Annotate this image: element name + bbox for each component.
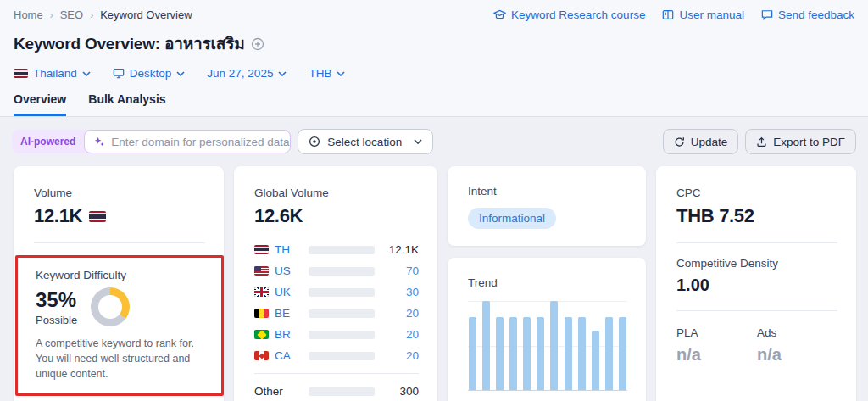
volume-bar	[309, 246, 375, 254]
chevron-down-icon	[414, 139, 422, 144]
chevron-down-icon	[337, 71, 345, 76]
trend-bar-1	[469, 317, 476, 390]
country-code: CA	[275, 349, 291, 362]
domain-input[interactable]: Enter domain for personalized data	[84, 130, 291, 153]
volume-kd-card: Volume 12.1K Keyword Difficulty 35% Poss…	[14, 166, 224, 401]
update-button-label: Update	[691, 136, 728, 148]
global-volume-card: Global Volume 12.6K TH12.1KUS70UK30BE20B…	[234, 166, 437, 401]
breadcrumb-item-home[interactable]: Home	[14, 8, 43, 21]
uk-flag-icon	[254, 287, 269, 297]
date-filter[interactable]: Jun 27, 2025	[207, 67, 287, 80]
volume-bar	[309, 352, 375, 360]
device-filter[interactable]: Desktop	[113, 67, 186, 80]
row-label: US	[254, 265, 302, 277]
country-filter-label: Thailand	[33, 67, 77, 80]
volume-bar	[309, 309, 375, 318]
trend-bar-chart	[468, 301, 627, 391]
page-title: Keyword Overview: อาหารเสริม	[14, 31, 245, 56]
row-label: Other	[254, 385, 302, 398]
be-flag-icon	[254, 309, 269, 318]
row-label: BR	[254, 328, 302, 341]
main-content: AI-powered Enter domain for personalized…	[0, 117, 868, 401]
country-code: UK	[275, 286, 291, 298]
volume-value: 70	[381, 265, 419, 277]
currency-filter[interactable]: THB	[309, 67, 345, 80]
country-code: US	[275, 265, 291, 277]
ai-domain-group: AI-powered Enter domain for personalized…	[12, 130, 291, 153]
country-filter[interactable]: Thailand	[14, 67, 91, 80]
country-volume-row-us: US70	[254, 260, 419, 281]
domain-input-placeholder: Enter domain for personalized data	[111, 136, 289, 148]
thailand-flag-icon	[89, 211, 106, 222]
th-flag-icon	[254, 245, 269, 254]
row-label: UK	[254, 286, 302, 298]
other-label: Other	[254, 385, 283, 398]
trend-bar-11	[605, 317, 613, 390]
volume-value: 20	[381, 328, 419, 341]
trend-bar-10	[592, 331, 599, 390]
date-filter-label: Jun 27, 2025	[207, 67, 273, 80]
divider	[34, 242, 205, 243]
export-pdf-button-label: Export to PDF	[773, 136, 845, 148]
volume-value: 20	[381, 349, 419, 362]
link-label: Send feedback	[778, 8, 854, 21]
select-location-dropdown[interactable]: Select location	[298, 129, 433, 154]
export-pdf-button[interactable]: Export to PDF	[745, 129, 856, 154]
export-icon	[756, 136, 767, 148]
link-keyword-research-course[interactable]: Keyword Research course	[493, 8, 645, 21]
trend-bar-12	[619, 317, 626, 390]
link-user-manual[interactable]: User manual	[662, 8, 744, 21]
ads-value: n/a	[757, 345, 837, 365]
competitive-density-label: Competitive Density	[676, 257, 837, 270]
annotation-red-highlight-box: Keyword Difficulty 35% Possible A compet…	[15, 255, 224, 396]
divider	[676, 310, 837, 311]
volume-value: 20	[381, 307, 419, 320]
breadcrumb-separator-icon: ›	[50, 9, 53, 21]
currency-filter-label: THB	[309, 67, 331, 80]
tab-bulk-analysis[interactable]: Bulk Analysis	[88, 92, 165, 116]
difficulty-donut-chart	[91, 287, 130, 326]
chevron-down-icon	[278, 71, 287, 76]
header-links: Keyword Research courseUser manualSend f…	[493, 8, 854, 21]
tab-overview[interactable]: Overview	[14, 92, 66, 116]
cpc-card: CPC THB 7.52 Competitive Density 1.00 PL…	[656, 166, 856, 401]
volume-label: Volume	[34, 187, 205, 199]
pla-label: PLA	[676, 326, 757, 339]
chat-icon	[761, 9, 773, 20]
add-keyword-icon[interactable]	[251, 37, 264, 51]
country-volume-row-th: TH12.1K	[254, 239, 419, 260]
intent-badge[interactable]: Informational	[468, 208, 556, 229]
chevron-down-icon	[176, 71, 185, 76]
breadcrumb-item-seo[interactable]: SEO	[60, 8, 83, 21]
link-send-feedback[interactable]: Send feedback	[761, 8, 854, 21]
volume-bar	[309, 267, 375, 276]
volume-bar	[309, 288, 375, 297]
row-label: BE	[254, 307, 302, 320]
global-volume-label: Global Volume	[254, 187, 419, 199]
book-icon	[662, 9, 674, 20]
graduation-cap-icon	[493, 9, 506, 20]
country-code: BR	[275, 328, 291, 341]
volume-bar	[309, 387, 375, 396]
volume-value: 12.1K	[34, 205, 82, 227]
trend-card: Trend	[448, 258, 646, 401]
country-volume-row-ca: CA20	[254, 345, 419, 366]
sparkles-icon	[93, 136, 105, 148]
ai-powered-badge: AI-powered	[12, 136, 84, 148]
us-flag-icon	[254, 266, 269, 276]
volume-value: 300	[381, 385, 419, 398]
row-label: CA	[254, 349, 302, 362]
keyword-difficulty-level: Possible	[36, 314, 77, 326]
trend-bar-7	[550, 301, 558, 390]
breadcrumb-item-keyword-overview: Keyword Overview	[100, 8, 192, 21]
trend-bar-6	[537, 317, 544, 390]
ads-label: Ads	[757, 326, 837, 339]
trend-bar-4	[509, 317, 517, 390]
trend-bar-2	[482, 301, 490, 390]
chevron-down-icon	[82, 71, 91, 76]
update-button[interactable]: Update	[663, 129, 739, 154]
country-volume-row-br: BR20	[254, 324, 419, 345]
trend-label: Trend	[468, 276, 627, 289]
country-volume-row-be: BE20	[254, 303, 419, 324]
breadcrumb: Home›SEO›Keyword Overview	[14, 8, 192, 21]
